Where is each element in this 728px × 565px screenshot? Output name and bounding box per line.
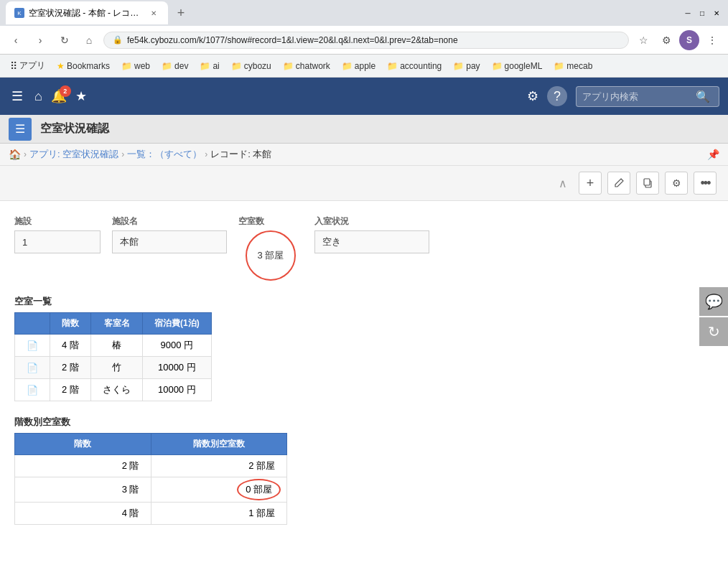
breadcrumb-list-link[interactable]: 一覧：（すべて） <box>127 148 202 161</box>
bookmark-cybozu[interactable]: 📁 cybozu <box>227 60 276 73</box>
bookmark-star-button[interactable]: ☆ <box>633 30 653 50</box>
edit-button[interactable] <box>607 172 630 195</box>
up-arrow-button[interactable]: ∧ <box>553 177 573 190</box>
edit-icon <box>614 178 624 188</box>
bookmark-chatwork-label: chatwork <box>296 61 330 71</box>
breadcrumb-app-link[interactable]: アプリ: 空室状況確認 <box>29 148 118 161</box>
table-row: 📄 2 階 さくら 10000 円 <box>15 379 212 401</box>
row-floor: 4 階 <box>15 503 151 525</box>
bookmark-pay[interactable]: 📁 pay <box>449 60 484 73</box>
field-shisetsu-name: 施設名 本館 <box>112 215 227 281</box>
new-tab-button[interactable]: + <box>171 3 191 23</box>
back-button[interactable]: ‹ <box>6 30 26 50</box>
app-title: 空室状況確認 <box>40 121 109 136</box>
search-icon[interactable]: 🔍 <box>696 90 710 103</box>
subtable2: 階数 階数別空室数 2 階 2 部屋 3 階 0 部屋 4 階 1 部屋 <box>14 433 287 525</box>
bookmark-mecab-label: mecab <box>566 61 592 71</box>
extension-button[interactable]: ⚙ <box>656 30 676 50</box>
more-button[interactable]: ••• <box>694 172 717 195</box>
breadcrumb-home-icon[interactable]: 🏠 <box>9 149 21 160</box>
subtable1-col-floor: 階数 <box>50 313 91 335</box>
window-controls: ─ □ ✕ <box>682 7 722 19</box>
bookmark-mecab[interactable]: 📁 mecab <box>549 60 597 73</box>
browser-tab[interactable]: K 空室状況確認 - 本館 - レコードの詳 ✕ <box>6 1 168 24</box>
notification-badge: 2 <box>60 85 71 97</box>
help-button[interactable]: ? <box>547 86 567 106</box>
bookmark-bookmarks[interactable]: ★ Bookmarks <box>52 60 114 73</box>
bookmark-apple-label: apple <box>355 61 375 71</box>
field-shisetsu-label: 施設 <box>14 215 101 228</box>
breadcrumb-pin-icon[interactable]: 📌 <box>707 149 719 160</box>
subtable2-col-floor: 階数 <box>15 434 151 455</box>
history-side-button[interactable]: ↻ <box>699 317 728 346</box>
row-floor: 2 階 <box>50 379 91 401</box>
close-button[interactable]: ✕ <box>711 7 722 19</box>
search-input[interactable] <box>582 91 690 102</box>
row-floor: 4 階 <box>50 335 91 357</box>
add-button[interactable]: + <box>579 172 602 195</box>
settings-gear-button[interactable]: ⚙ <box>665 172 688 195</box>
row-icon: 📄 <box>15 335 50 357</box>
subtable1-header-row: 階数 客室名 宿泊費(1泊) <box>15 313 212 335</box>
field-shisetsu-value: 1 <box>14 230 101 253</box>
address-bar[interactable]: 🔒 fe54k.cybozu.com/k/1077/show#record=1&… <box>103 32 629 49</box>
bookmark-accounting-label: accounting <box>400 61 442 71</box>
content-area: 施設 1 施設名 本館 空室数 3 部屋 入室状況 空き 空室一覧 <box>0 201 728 565</box>
app-header: ☰ ⌂ 🔔 2 ★ ⚙ ? 🔍 <box>0 78 728 115</box>
row-count: 0 部屋 <box>151 477 287 503</box>
settings-button[interactable]: ⚙ <box>527 88 538 104</box>
bookmark-dev[interactable]: 📁 dev <box>157 60 192 73</box>
row-icon: 📄 <box>15 357 50 379</box>
address-bar-actions: ☆ ⚙ S ⋮ <box>633 30 722 50</box>
reload-button[interactable]: ↻ <box>55 30 75 50</box>
subtable2-title: 階数別空室数 <box>14 416 714 429</box>
profile-button[interactable]: S <box>679 30 699 50</box>
folder-icon-googleml: 📁 <box>492 61 503 71</box>
table-row: 📄 2 階 竹 10000 円 <box>15 357 212 379</box>
copy-button[interactable] <box>636 172 659 195</box>
minimize-button[interactable]: ─ <box>682 7 694 19</box>
breadcrumb-sep-3: › <box>205 149 207 159</box>
address-bar-row: ‹ › ↻ ⌂ 🔒 fe54k.cybozu.com/k/1077/show#r… <box>0 26 728 55</box>
bookmark-web[interactable]: 📁 web <box>117 60 154 73</box>
home-nav-button[interactable]: ⌂ <box>79 30 99 50</box>
row-room: 竹 <box>91 357 143 379</box>
tab-title: 空室状況確認 - 本館 - レコードの詳 <box>29 7 144 19</box>
table-row: 3 階 0 部屋 <box>15 477 287 503</box>
bookmark-dev-label: dev <box>174 61 188 71</box>
hamburger-button[interactable]: ☰ <box>9 85 26 107</box>
lock-icon: 🔒 <box>113 35 123 45</box>
subtable2-header-row: 階数 階数別空室数 <box>15 434 287 455</box>
field-nyushitsu: 入室状況 空き <box>314 215 429 281</box>
menu-button[interactable]: ⋮ <box>702 30 722 50</box>
field-nyushitsu-label: 入室状況 <box>314 215 429 228</box>
copy-icon <box>643 178 653 188</box>
list-icon-button[interactable]: ☰ <box>9 118 32 141</box>
comment-side-button[interactable]: 💬 <box>699 287 728 316</box>
field-nyushitsu-value: 空き <box>314 230 429 253</box>
field-shisetsu: 施設 1 <box>14 215 101 281</box>
search-box: 🔍 <box>576 86 719 107</box>
forward-button[interactable]: › <box>30 30 50 50</box>
field-kushitsu: 空室数 3 部屋 <box>238 215 303 281</box>
bookmark-chatwork[interactable]: 📁 chatwork <box>279 60 335 73</box>
sub-header: ☰ 空室状況確認 <box>0 115 728 144</box>
breadcrumb-sep-1: › <box>24 149 27 159</box>
subtable1: 階数 客室名 宿泊費(1泊) 📄 4 階 椿 9000 円 📄 2 階 竹 10… <box>14 312 212 401</box>
maximize-button[interactable]: □ <box>696 7 708 19</box>
favorites-button[interactable]: ★ <box>75 88 87 104</box>
bookmark-apps[interactable]: ⠿ アプリ <box>6 58 50 73</box>
tab-close-button[interactable]: ✕ <box>148 7 159 19</box>
bookmark-googleml[interactable]: 📁 googleML <box>487 60 547 73</box>
app-home-button[interactable]: ⌂ <box>34 89 42 104</box>
bookmark-star-icon: ★ <box>57 61 65 71</box>
bookmark-apple[interactable]: 📁 apple <box>337 60 380 73</box>
bookmark-accounting[interactable]: 📁 accounting <box>383 60 446 73</box>
svg-rect-1 <box>644 179 650 185</box>
bookmark-ai[interactable]: 📁 ai <box>195 60 223 73</box>
field-shisetsu-name-value: 本館 <box>112 230 227 253</box>
bookmark-ai-label: ai <box>213 61 219 71</box>
bookmark-web-label: web <box>134 61 150 71</box>
url-text: fe54k.cybozu.com/k/1077/show#record=1&l.… <box>127 35 458 45</box>
app-container: ☰ ⌂ 🔔 2 ★ ⚙ ? 🔍 ☰ 空室状況確認 🏠 › アプリ: 空室状況確認… <box>0 78 728 565</box>
